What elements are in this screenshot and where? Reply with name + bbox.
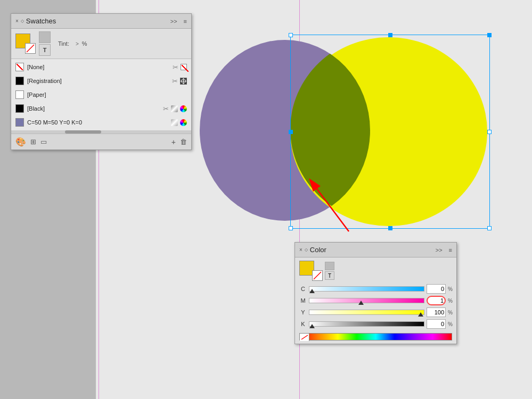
color-text-btn[interactable]: T [325, 271, 334, 280]
color-c-percent: % [448, 286, 452, 292]
swatch-black-icons: ✂ [163, 105, 187, 113]
tint-percent: % [82, 40, 87, 47]
color-y-label: Y [299, 309, 307, 315]
scissors-icon-none: ✂ [173, 63, 178, 71]
color-m-thumb[interactable] [358, 301, 364, 305]
swatch-purple-icons [171, 119, 187, 126]
color-c-input[interactable] [427, 284, 446, 294]
color-close-button[interactable]: × [299, 247, 302, 253]
swatches-menu-icon[interactable]: >> [170, 18, 177, 24]
swatches-titlebar: × ◇ Swatches >> ≡ [11, 14, 191, 29]
svg-line-5 [27, 45, 34, 52]
tint-arrow[interactable]: > [76, 41, 79, 47]
swatch-black-label: [Black] [27, 105, 160, 112]
swatches-close-button[interactable]: × [15, 18, 19, 24]
swatches-list: [None] ✂ [Registration] ✂ [11, 59, 191, 130]
selection-box [290, 35, 490, 229]
grid-view-icon[interactable]: ⊞ [30, 138, 36, 146]
color-y-percent: % [448, 310, 452, 315]
delete-swatch-icon[interactable]: 🗑 [180, 138, 187, 146]
color-solid-btn[interactable] [325, 262, 334, 270]
swatches-scrollbar-thumb[interactable] [65, 130, 101, 134]
color-double-arrow[interactable]: >> [436, 247, 443, 253]
circles-container [189, 29, 509, 247]
swatches-toolbar: T Tint: > % [11, 29, 191, 59]
color-menu-icon[interactable]: ≡ [449, 247, 452, 253]
handle-ml[interactable] [289, 130, 293, 134]
color-titlebar-icons: >> ≡ [436, 247, 452, 253]
tint-label: Tint: [58, 40, 69, 47]
handle-tm[interactable] [388, 33, 392, 37]
color-spectrum-bar[interactable] [299, 333, 452, 340]
color-type-buttons: T [325, 262, 334, 280]
swatch-registration-row[interactable]: [Registration] ✂ [11, 74, 191, 88]
text-swatch-btn[interactable]: T [39, 44, 51, 56]
color-m-track[interactable] [309, 298, 424, 303]
swatch-registration-label: [Registration] [27, 78, 169, 84]
scissors-icon-black: ✂ [163, 105, 169, 113]
color-fill-stroke-preview [299, 261, 323, 281]
color-k-track[interactable] [309, 321, 424, 327]
color-y-row: Y % [299, 307, 452, 317]
solid-swatch-btn[interactable] [39, 31, 51, 43]
color-stroke-box[interactable] [312, 270, 323, 281]
scissors-icon-reg: ✂ [172, 77, 178, 85]
color-c-row: C % [299, 284, 452, 294]
color-panel: × ◇ Color >> ≡ T C [294, 242, 457, 344]
gradient-icon-black [171, 105, 178, 112]
spectrum-none-box[interactable] [300, 334, 309, 341]
swatches-options-icon[interactable]: ≡ [184, 18, 187, 24]
color-m-label: M [299, 297, 307, 304]
color-y-thumb[interactable] [418, 312, 423, 317]
reg-target-icon [180, 78, 187, 85]
swatch-black-row[interactable]: [Black] ✂ [11, 102, 191, 115]
color-k-percent: % [448, 321, 452, 327]
color-m-row: M % [299, 296, 452, 305]
handle-tr[interactable] [487, 33, 492, 37]
swatch-registration-color [15, 77, 24, 85]
color-spectrum-row [299, 331, 452, 340]
swatch-paper-row[interactable]: [Paper] [11, 88, 191, 102]
swatch-none-row[interactable]: [None] ✂ [11, 60, 191, 74]
swatch-purple-label: C=50 M=50 Y=0 K=0 [27, 119, 168, 126]
swatch-registration-icons: ✂ [172, 77, 187, 85]
color-preview-row: T [299, 261, 452, 281]
handle-br[interactable] [487, 226, 492, 230]
swatch-paper-color [15, 90, 24, 99]
swatch-none-label: [None] [27, 64, 169, 70]
swatch-none-icons: ✂ [173, 63, 187, 71]
color-k-label: K [299, 321, 307, 327]
swatch-library-icon[interactable]: 🎨 [15, 137, 26, 147]
color-k-input[interactable] [427, 319, 446, 329]
color-diamond-icon: ◇ [305, 247, 308, 252]
color-c-label: C [299, 286, 307, 292]
spectrum-icon-purple [180, 119, 187, 126]
handle-mr[interactable] [487, 130, 492, 134]
color-panel-content: T C % M % Y % [295, 257, 456, 344]
handle-bl[interactable] [289, 226, 293, 230]
handle-bm[interactable] [388, 226, 392, 230]
color-y-track[interactable] [309, 310, 424, 315]
swatch-none-target [181, 64, 187, 70]
color-panel-title: Color [310, 246, 326, 254]
color-m-input[interactable] [427, 296, 446, 305]
swatch-type-buttons: T [39, 31, 51, 56]
color-title-left: × ◇ Color [299, 246, 326, 254]
color-y-input[interactable] [427, 307, 446, 317]
swatches-footer: 🎨 ⊞ ▭ + 🗑 [11, 134, 191, 149]
swatches-scrollbar[interactable] [11, 130, 191, 134]
add-swatch-icon[interactable]: + [171, 138, 176, 146]
color-k-thumb[interactable] [309, 324, 315, 328]
swatches-title: Swatches [26, 17, 56, 25]
swatches-titlebar-icons: >> ≡ [170, 18, 187, 24]
swatch-purple-color [15, 118, 24, 127]
color-c-track[interactable] [309, 286, 424, 292]
color-m-percent: % [448, 298, 452, 304]
gradient-icon-purple [171, 119, 178, 126]
handle-tl[interactable] [289, 33, 293, 37]
swatches-color-preview [15, 34, 36, 54]
swatch-purple-row[interactable]: C=50 M=50 Y=0 K=0 [11, 115, 191, 129]
color-c-thumb[interactable] [309, 289, 315, 293]
stroke-color-box[interactable] [25, 43, 36, 54]
folder-icon[interactable]: ▭ [40, 138, 47, 146]
